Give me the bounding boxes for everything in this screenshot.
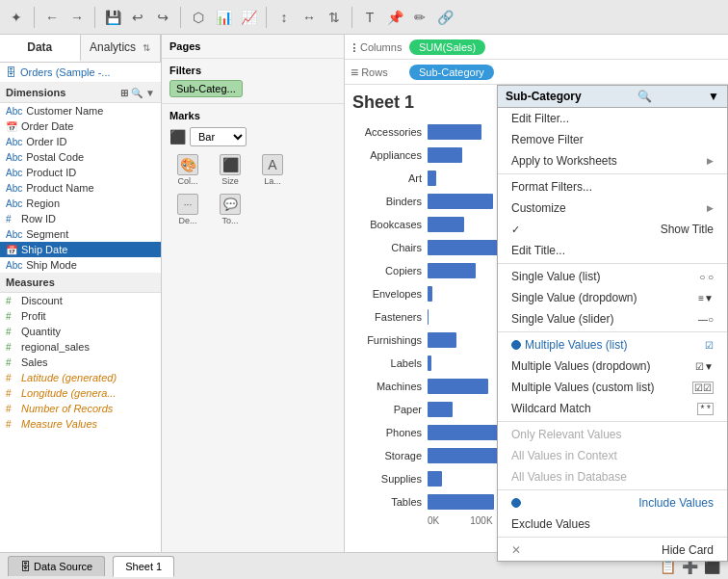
sort-desc-icon[interactable]: ↔	[299, 7, 320, 28]
field-sales[interactable]: # Sales	[0, 355, 161, 370]
back-button[interactable]: ←	[41, 7, 63, 28]
link-icon[interactable]: 🔗	[434, 7, 455, 28]
tableau-icon[interactable]: ✦	[6, 7, 27, 28]
tab-analytics[interactable]: Analytics ⇅	[81, 35, 162, 62]
rows-pill[interactable]: Sub-Category	[409, 65, 494, 80]
text-icon[interactable]: T	[359, 7, 380, 28]
chart-bar[interactable]	[428, 171, 436, 186]
search-icon[interactable]: 🔍	[131, 88, 143, 98]
pin-icon[interactable]: 📌	[384, 7, 405, 28]
marks-detail-button[interactable]: ··· De...	[169, 194, 206, 225]
field-num-records[interactable]: # Number of Records	[0, 401, 161, 416]
field-row-id[interactable]: # Row ID	[0, 211, 161, 226]
field-regional-sales[interactable]: # regional_sales	[0, 339, 161, 355]
chart-bar[interactable]	[428, 124, 481, 140]
marks-label-button[interactable]: A La...	[254, 154, 291, 186]
connect-icon[interactable]: ⬡	[188, 7, 209, 28]
chart-bar[interactable]	[428, 379, 488, 394]
redo-button[interactable]: ↩	[152, 7, 173, 28]
menu-single-value-dropdown[interactable]: Single Value (dropdown) ≡▼	[498, 287, 727, 308]
field-ship-date[interactable]: 📅 Ship Date	[0, 242, 161, 257]
field-order-id[interactable]: Abc Order ID	[0, 134, 161, 149]
menu-single-value-list[interactable]: Single Value (list) ○ ○	[498, 266, 727, 287]
undo-button[interactable]: ↩	[127, 7, 148, 28]
left-tabs: Data Analytics ⇅	[0, 35, 161, 63]
expand-icon[interactable]: ▼	[145, 88, 155, 98]
sort-asc-icon[interactable]: ↕	[273, 7, 295, 28]
menu-all-values-context[interactable]: All Values in Context	[498, 445, 727, 466]
x-icon: ✕	[511, 543, 521, 557]
field-region[interactable]: Abc Region	[0, 196, 161, 211]
menu-hide-card[interactable]: ✕Hide Card	[498, 540, 727, 561]
marks-type-select[interactable]: Bar Line Area Circle	[190, 127, 247, 146]
filter-pill[interactable]: Sub-Categ...	[169, 80, 243, 97]
chart-bar[interactable]	[428, 309, 429, 325]
menu-show-title[interactable]: ✓Show Title	[498, 219, 727, 240]
context-menu-search-icon[interactable]: 🔍	[637, 90, 652, 103]
field-customer-name[interactable]: Abc Customer Name	[0, 103, 161, 118]
save-button[interactable]: 💾	[102, 7, 123, 28]
menu-customize[interactable]: Customize	[498, 197, 727, 219]
data-source-tab[interactable]: 🗄 Data Source	[8, 556, 105, 576]
field-measure-values[interactable]: # Measure Values	[0, 416, 161, 432]
chart-bar[interactable]	[428, 286, 432, 302]
sort-icon[interactable]: ⇅	[324, 7, 345, 28]
grid-icon[interactable]: ⊞	[120, 88, 128, 98]
analytics2-icon[interactable]: 📈	[238, 7, 259, 28]
field-product-name[interactable]: Abc Product Name	[0, 180, 161, 196]
chart-area: Sheet 1 AccessoriesAppliancesArtBindersB…	[345, 85, 728, 552]
field-product-id[interactable]: Abc Product ID	[0, 165, 161, 180]
chart-bar[interactable]	[428, 471, 442, 487]
chart-bar[interactable]	[428, 194, 493, 209]
separator-4	[498, 421, 727, 422]
hash-icon-10: #	[6, 419, 17, 430]
menu-only-relevant[interactable]: Only Relevant Values	[498, 424, 727, 445]
menu-format-filters[interactable]: Format Filters...	[498, 176, 727, 197]
field-latitude[interactable]: # Latitude (generated)	[0, 370, 161, 385]
field-quantity[interactable]: # Quantity	[0, 324, 161, 339]
menu-multiple-values-custom[interactable]: Multiple Values (custom list) ☑☑	[498, 377, 727, 398]
chart-bar[interactable]	[428, 355, 431, 371]
chart-icon[interactable]: 📊	[213, 7, 234, 28]
marks-label: Marks	[169, 110, 336, 121]
field-postal-code[interactable]: Abc Postal Code	[0, 149, 161, 165]
menu-wildcard-match[interactable]: Wildcard Match * *	[498, 398, 727, 419]
forward-button[interactable]: →	[66, 7, 88, 28]
chart-bar[interactable]	[428, 263, 476, 278]
field-segment[interactable]: Abc Segment	[0, 226, 161, 242]
field-profit[interactable]: # Profit	[0, 308, 161, 324]
tab-data[interactable]: Data	[0, 35, 81, 62]
abc-icon-7: Abc	[6, 229, 22, 240]
field-longitude[interactable]: # Longitude (genera...	[0, 385, 161, 401]
menu-apply-worksheets[interactable]: Apply to Worksheets	[498, 150, 727, 171]
sheet1-tab[interactable]: Sheet 1	[113, 556, 174, 577]
field-order-date[interactable]: 📅 Order Date	[0, 118, 161, 134]
marks-size-button[interactable]: ⬛ Size	[212, 154, 248, 186]
chart-bar[interactable]	[428, 147, 462, 163]
dimensions-header-icons: ⊞ 🔍 ▼	[120, 88, 155, 98]
data-source-row[interactable]: 🗄 Orders (Sample -...	[0, 63, 161, 83]
chart-bar[interactable]	[428, 402, 453, 417]
columns-pill[interactable]: SUM(Sales)	[409, 39, 485, 55]
field-ship-mode[interactable]: Abc Ship Mode	[0, 257, 161, 273]
left-panel: Data Analytics ⇅ 🗄 Orders (Sample -... D…	[0, 35, 162, 552]
chart-bar[interactable]	[428, 494, 494, 510]
menu-multiple-values-list[interactable]: Multiple Values (list) ☑	[498, 334, 727, 355]
menu-single-value-slider[interactable]: Single Value (slider) —○	[498, 308, 727, 329]
menu-edit-filter[interactable]: Edit Filter...	[498, 108, 727, 129]
menu-all-values-db[interactable]: All Values in Database	[498, 466, 727, 487]
menu-include-values[interactable]: Include Values	[498, 492, 727, 513]
menu-multiple-values-dropdown[interactable]: Multiple Values (dropdown) ☑▼	[498, 355, 727, 377]
menu-remove-filter[interactable]: Remove Filter	[498, 129, 727, 150]
menu-edit-title[interactable]: Edit Title...	[498, 240, 727, 261]
marks-tooltip-button[interactable]: 💬 To...	[212, 194, 248, 225]
field-discount[interactable]: # Discount	[0, 293, 161, 308]
marks-color-button[interactable]: 🎨 Col...	[169, 154, 206, 186]
menu-exclude-values[interactable]: Exclude Values	[498, 513, 727, 535]
context-menu-close-icon[interactable]: ▼	[708, 90, 719, 103]
chart-bar[interactable]	[428, 448, 500, 463]
pen-icon[interactable]: ✏	[409, 7, 430, 28]
chart-bar[interactable]	[428, 217, 464, 232]
chart-bar[interactable]	[428, 332, 456, 348]
chart-row-label: Phones	[352, 427, 428, 438]
